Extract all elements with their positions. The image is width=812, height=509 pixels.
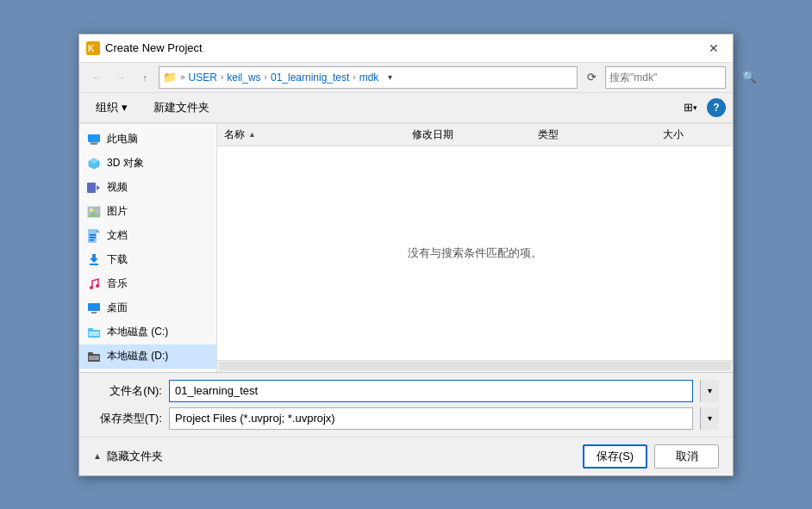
toolbar2-right: ⊞ ▾ ? bbox=[678, 96, 726, 119]
new-folder-label: 新建文件夹 bbox=[153, 100, 209, 115]
col-size-header[interactable]: 大小 bbox=[663, 127, 726, 142]
date-col-label: 修改日期 bbox=[412, 127, 453, 142]
sidebar-label-pictures: 图片 bbox=[107, 204, 128, 219]
sidebar-item-local-c[interactable]: 本地磁盘 (C:) bbox=[79, 320, 216, 345]
search-button[interactable]: 🔍 bbox=[742, 67, 757, 88]
sidebar-label-3d: 3D 对象 bbox=[107, 156, 144, 171]
organize-arrow: ▾ bbox=[122, 101, 128, 114]
footer-buttons: 保存(S) 取消 bbox=[583, 444, 719, 469]
type-col-label: 类型 bbox=[538, 127, 559, 142]
addr-chevron-1: » bbox=[180, 72, 185, 82]
drive-d-icon bbox=[86, 349, 102, 364]
sidebar-item-3d-objects[interactable]: 3D 对象 bbox=[79, 152, 216, 176]
organize-button[interactable]: 组织 ▾ bbox=[86, 96, 137, 119]
svg-rect-15 bbox=[90, 234, 96, 236]
video-icon bbox=[86, 180, 102, 196]
col-date-header[interactable]: 修改日期 bbox=[412, 127, 538, 142]
svg-rect-4 bbox=[90, 142, 98, 143]
svg-marker-8 bbox=[97, 185, 100, 190]
sidebar-label-downloads: 下载 bbox=[107, 252, 128, 267]
view-arrow: ▾ bbox=[693, 103, 697, 112]
empty-message: 没有与搜索条件匹配的项。 bbox=[408, 245, 542, 261]
addr-segment-keil[interactable]: keil_ws bbox=[227, 71, 260, 84]
filetype-select[interactable]: Project Files (*.uvproj; *.uvprojx) bbox=[169, 407, 693, 430]
filename-dropdown-button[interactable]: ▾ bbox=[700, 380, 719, 402]
drive-c-icon bbox=[86, 325, 102, 340]
file-area: 名称 ▲ 修改日期 类型 大小 没有与搜索条件匹配的项。 bbox=[217, 124, 733, 372]
action-toolbar: 组织 ▾ 新建文件夹 ⊞ ▾ ? bbox=[79, 93, 733, 123]
cancel-button[interactable]: 取消 bbox=[654, 444, 719, 469]
help-button[interactable]: ? bbox=[707, 98, 726, 117]
address-bar: 📁 » USER › keil_ws › 01_learninig_test ›… bbox=[159, 66, 578, 89]
filetype-value: Project Files (*.uvproj; *.uvprojx) bbox=[170, 412, 692, 425]
addr-segment-mdk[interactable]: mdk bbox=[359, 71, 379, 84]
back-button[interactable]: ← bbox=[86, 68, 107, 87]
title-bar: K Create New Project ✕ bbox=[79, 34, 733, 63]
sidebar-item-documents[interactable]: 文档 bbox=[79, 224, 216, 248]
save-button[interactable]: 保存(S) bbox=[583, 444, 647, 469]
svg-rect-3 bbox=[91, 143, 97, 145]
title-left: K Create New Project bbox=[86, 41, 203, 55]
forward-button[interactable]: → bbox=[110, 68, 131, 87]
sidebar-item-local-d[interactable]: 本地磁盘 (D:) bbox=[79, 345, 216, 369]
document-icon bbox=[86, 228, 102, 244]
filetype-row: 保存类型(T): Project Files (*.uvproj; *.uvpr… bbox=[93, 407, 719, 430]
svg-rect-27 bbox=[89, 332, 99, 336]
name-sort-arrow: ▲ bbox=[248, 130, 256, 139]
desktop-icon bbox=[86, 301, 102, 316]
music-icon bbox=[86, 276, 102, 292]
computer-icon bbox=[86, 132, 102, 147]
svg-rect-2 bbox=[88, 134, 100, 142]
svg-rect-16 bbox=[90, 237, 96, 239]
up-button[interactable]: ↑ bbox=[134, 68, 155, 87]
file-list: 没有与搜索条件匹配的项。 bbox=[217, 146, 733, 360]
filename-input[interactable] bbox=[169, 380, 693, 402]
sidebar-item-videos[interactable]: 视频 bbox=[79, 176, 216, 200]
nav-toolbar: ← → ↑ 📁 » USER › keil_ws › 01_learninig_… bbox=[79, 63, 733, 93]
svg-point-11 bbox=[90, 208, 93, 212]
sidebar-label-videos: 视频 bbox=[107, 180, 128, 195]
addr-segment-user[interactable]: USER bbox=[189, 71, 217, 84]
svg-rect-30 bbox=[89, 356, 99, 360]
main-area: 此电脑 3D 对象 bbox=[79, 123, 733, 372]
svg-rect-13 bbox=[88, 229, 97, 243]
svg-point-20 bbox=[90, 286, 93, 289]
svg-rect-24 bbox=[91, 312, 97, 313]
svg-rect-23 bbox=[88, 303, 100, 311]
new-folder-button[interactable]: 新建文件夹 bbox=[144, 96, 219, 119]
hscroll-track[interactable] bbox=[219, 362, 731, 370]
horizontal-scrollbar[interactable] bbox=[217, 360, 733, 372]
search-box: 🔍 bbox=[605, 66, 726, 89]
sidebar-label-this-pc: 此电脑 bbox=[107, 132, 138, 146]
sidebar-item-this-pc[interactable]: 此电脑 bbox=[79, 127, 216, 152]
sidebar-item-downloads[interactable]: 下载 bbox=[79, 248, 216, 272]
refresh-button[interactable]: ⟳ bbox=[581, 66, 602, 89]
view-button[interactable]: ⊞ ▾ bbox=[678, 96, 703, 119]
col-name-header[interactable]: 名称 ▲ bbox=[224, 127, 412, 142]
organize-label: 组织 bbox=[96, 100, 118, 115]
folder-icon: 📁 bbox=[163, 71, 177, 84]
col-type-header[interactable]: 类型 bbox=[538, 127, 664, 142]
sidebar-item-music[interactable]: 音乐 bbox=[79, 272, 216, 296]
addr-chevron-3: › bbox=[265, 72, 267, 82]
hide-folders-toggle[interactable]: ▲ 隐藏文件夹 bbox=[93, 449, 163, 464]
sidebar: 此电脑 3D 对象 bbox=[79, 124, 217, 372]
download-icon bbox=[86, 252, 102, 268]
sidebar-item-pictures[interactable]: 图片 bbox=[79, 200, 216, 224]
svg-point-21 bbox=[96, 284, 99, 288]
sidebar-item-desktop[interactable]: 桌面 bbox=[79, 296, 216, 320]
addr-segment-test[interactable]: 01_learninig_test bbox=[271, 71, 349, 84]
svg-rect-7 bbox=[87, 183, 96, 193]
filename-row: 文件名(N): ▾ bbox=[93, 380, 719, 402]
svg-rect-26 bbox=[88, 328, 93, 331]
address-dropdown-button[interactable]: ▾ bbox=[382, 67, 397, 88]
search-input[interactable] bbox=[606, 71, 742, 84]
svg-rect-17 bbox=[90, 239, 94, 241]
sidebar-label-documents: 文档 bbox=[107, 228, 128, 243]
filetype-dropdown-button[interactable]: ▾ bbox=[700, 407, 719, 430]
cube-icon bbox=[86, 156, 102, 171]
filetype-label: 保存类型(T): bbox=[93, 411, 162, 426]
close-button[interactable]: ✕ bbox=[702, 40, 726, 57]
image-icon bbox=[86, 204, 102, 220]
view-icon: ⊞ bbox=[684, 101, 693, 114]
